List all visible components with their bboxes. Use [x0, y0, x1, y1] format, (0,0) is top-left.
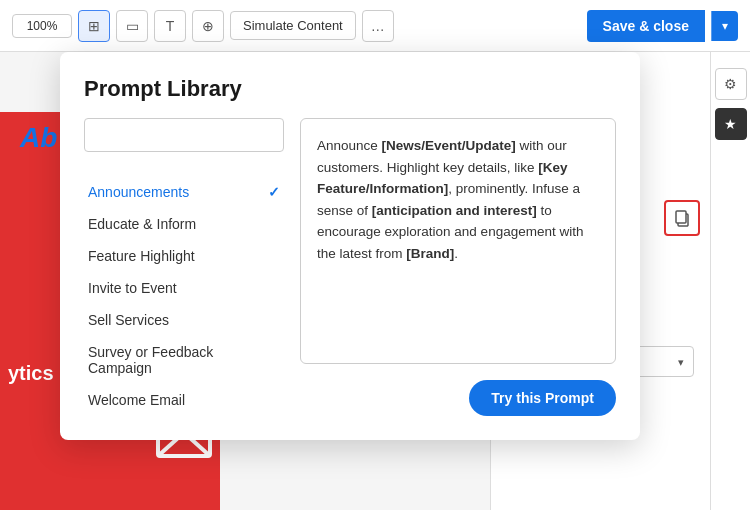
- zoom-control[interactable]: 100%: [12, 14, 72, 38]
- menu-item-label: Sell Services: [88, 312, 169, 328]
- layout-icon[interactable]: ⊞: [78, 10, 110, 42]
- save-close-button[interactable]: Save & close: [587, 10, 705, 42]
- prompt-library-modal: Prompt Library 🔍 Announcements ✓ Educate…: [60, 52, 640, 440]
- menu-item-label: Survey or Feedback Campaign: [88, 344, 280, 376]
- menu-item-label: Welcome Email: [88, 392, 185, 408]
- modal-body: 🔍 Announcements ✓ Educate & Inform Featu…: [84, 118, 616, 416]
- menu-item-sell-services[interactable]: Sell Services: [84, 304, 284, 336]
- modal-right-panel: Announce [News/Event/Update] with our cu…: [300, 118, 616, 416]
- svg-line-4: [190, 438, 210, 456]
- menu-item-label: Announcements: [88, 184, 189, 200]
- more-icon[interactable]: …: [362, 10, 394, 42]
- copy-icon-highlighted[interactable]: [664, 200, 700, 236]
- menu-list: Announcements ✓ Educate & Inform Feature…: [84, 176, 284, 416]
- menu-item-label: Invite to Event: [88, 280, 177, 296]
- right-sidebar: ⚙ ★: [710, 52, 750, 510]
- svg-rect-6: [676, 211, 686, 223]
- menu-item-welcome-email[interactable]: Welcome Email: [84, 384, 284, 416]
- menu-item-label: Feature Highlight: [88, 248, 195, 264]
- toolbar: 100% ⊞ ▭ T ⊕ Simulate Content … Save & c…: [0, 0, 750, 52]
- star-icon[interactable]: ★: [715, 108, 747, 140]
- search-input[interactable]: [84, 118, 284, 152]
- modal-title: Prompt Library: [84, 76, 616, 102]
- menu-item-announcements[interactable]: Announcements ✓: [84, 176, 284, 208]
- search-wrapper: 🔍: [84, 118, 284, 164]
- svg-line-3: [158, 438, 178, 456]
- settings-icon[interactable]: ⚙: [715, 68, 747, 100]
- check-icon: ✓: [268, 184, 280, 200]
- desktop-icon[interactable]: ▭: [116, 10, 148, 42]
- ab-text: Ab: [20, 122, 57, 154]
- menu-item-feature-highlight[interactable]: Feature Highlight: [84, 240, 284, 272]
- preview-box: Announce [News/Event/Update] with our cu…: [300, 118, 616, 364]
- text-icon[interactable]: T: [154, 10, 186, 42]
- menu-item-survey-feedback[interactable]: Survey or Feedback Campaign: [84, 336, 284, 384]
- save-close-dropdown-button[interactable]: ▾: [711, 11, 738, 41]
- menu-item-label: Educate & Inform: [88, 216, 196, 232]
- cursor-icon[interactable]: ⊕: [192, 10, 224, 42]
- simulate-content-button[interactable]: Simulate Content: [230, 11, 356, 40]
- modal-left-panel: 🔍 Announcements ✓ Educate & Inform Featu…: [84, 118, 284, 416]
- try-prompt-button[interactable]: Try this Prompt: [469, 380, 616, 416]
- menu-item-invite-to-event[interactable]: Invite to Event: [84, 272, 284, 304]
- menu-item-educate-inform[interactable]: Educate & Inform: [84, 208, 284, 240]
